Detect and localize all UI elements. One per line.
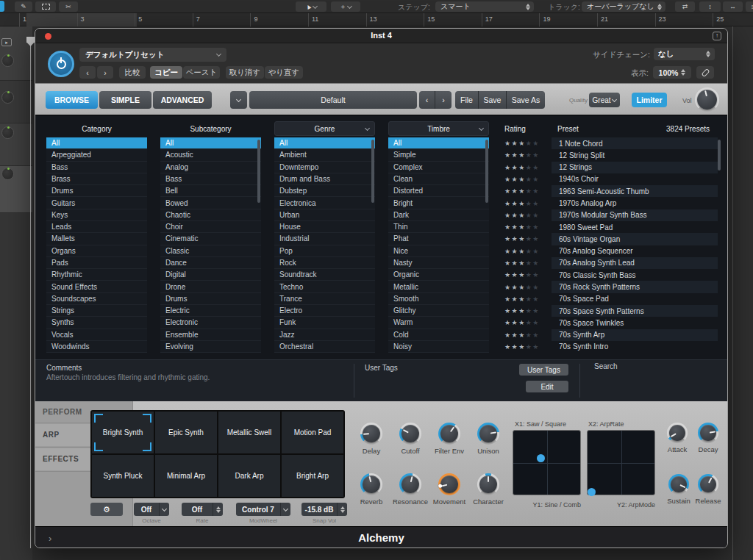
star-filled-icon[interactable]: ★: [504, 248, 512, 255]
list-item-keys[interactable]: Keys: [46, 209, 147, 221]
settings-gear-button[interactable]: ⚙: [90, 503, 123, 516]
list-item-cold[interactable]: Cold: [388, 329, 489, 341]
rating-stars[interactable]: ★★★★★: [499, 271, 552, 279]
knob-unison[interactable]: [477, 423, 499, 445]
star-filled-icon[interactable]: ★: [504, 212, 512, 219]
star-empty-icon[interactable]: ★: [532, 248, 540, 255]
star-filled-icon[interactable]: ★: [512, 331, 519, 339]
crosshair-tool-dropdown[interactable]: ＋: [331, 1, 360, 12]
preset-row[interactable]: ★★★★★1970s Modular Synth Bass: [499, 209, 718, 221]
perform-pad-bright-arp[interactable]: Bright Arp: [282, 455, 343, 497]
preset-row[interactable]: ★★★★★60s Vintage Organ: [499, 233, 718, 245]
star-filled-icon[interactable]: ★: [504, 200, 512, 207]
star-empty-icon[interactable]: ★: [532, 140, 540, 147]
star-empty-icon[interactable]: ★: [532, 271, 540, 279]
star-filled-icon[interactable]: ★: [504, 187, 512, 195]
knob-release[interactable]: [698, 474, 718, 495]
preset-row[interactable]: ★★★★★1963 Semi-Acoustic Thumb: [499, 185, 718, 197]
panel-toggle-icon[interactable]: ▸: [1, 38, 12, 46]
control-modwheel[interactable]: Control 7: [236, 503, 290, 516]
preset-dropdown[interactable]: デフォルトプリセット: [79, 48, 226, 62]
rating-stars[interactable]: ★★★★★: [499, 212, 552, 219]
xy-dot[interactable]: [588, 488, 596, 496]
star-filled-icon[interactable]: ★: [518, 295, 526, 303]
rating-stars[interactable]: ★★★★★: [499, 319, 552, 326]
list-item-soundscapes[interactable]: Soundscapes: [46, 293, 147, 305]
xy-pad-1[interactable]: [513, 430, 581, 495]
star-empty-icon[interactable]: ★: [526, 212, 533, 219]
knob-filter-env[interactable]: [438, 423, 460, 445]
star-empty-icon[interactable]: ★: [526, 259, 533, 267]
knob-attack[interactable]: [667, 423, 688, 443]
list-item-analog[interactable]: Analog: [160, 162, 261, 173]
star-filled-icon[interactable]: ★: [518, 271, 526, 279]
paste-button[interactable]: ペースト: [183, 66, 220, 79]
star-filled-icon[interactable]: ★: [504, 331, 512, 339]
star-empty-icon[interactable]: ★: [526, 235, 533, 243]
star-empty-icon[interactable]: ★: [526, 164, 533, 171]
star-filled-icon[interactable]: ★: [512, 307, 519, 315]
star-empty-icon[interactable]: ★: [526, 200, 533, 207]
rating-stars[interactable]: ★★★★★: [499, 284, 552, 291]
preset-row[interactable]: ★★★★★1970s Analog Arp: [499, 197, 718, 209]
xy-dot[interactable]: [537, 454, 545, 462]
preset-name[interactable]: 70s Analog Synth Lead: [552, 257, 718, 269]
list-item-electro[interactable]: Electro: [274, 305, 375, 317]
save-button[interactable]: Save: [479, 91, 507, 109]
preset-name[interactable]: 1 Note Chord: [552, 137, 718, 149]
star-empty-icon[interactable]: ★: [532, 295, 540, 303]
xy-pad-2[interactable]: [587, 430, 655, 495]
list-item-smooth[interactable]: Smooth: [388, 293, 489, 305]
preset-name[interactable]: 70s Analog Sequencer: [552, 245, 718, 257]
star-filled-icon[interactable]: ★: [512, 319, 519, 326]
list-item-organic[interactable]: Organic: [388, 269, 489, 281]
perform-pad-bright-synth[interactable]: Bright Synth: [92, 412, 154, 453]
preset-row[interactable]: ★★★★★70s Classic Synth Bass: [499, 269, 718, 281]
list-item-warm[interactable]: Warm: [388, 317, 489, 329]
link-window-icon[interactable]: ↑: [713, 32, 721, 40]
scrollbar-thumb[interactable]: [257, 140, 260, 203]
star-filled-icon[interactable]: ★: [512, 295, 519, 303]
list-item-classic[interactable]: Classic: [160, 245, 261, 257]
star-filled-icon[interactable]: ★: [518, 200, 526, 207]
preset-header[interactable]: Preset: [557, 125, 579, 133]
list-item-dark[interactable]: Dark: [388, 209, 489, 221]
column-header-genre-dropdown[interactable]: Genre: [274, 121, 375, 136]
perform-pad-metallic-swell[interactable]: Metallic Swell: [218, 412, 280, 453]
preset-name[interactable]: 70s Synth Intro: [552, 341, 718, 353]
power-button[interactable]: [48, 51, 74, 77]
list-item-evolving[interactable]: Evolving: [160, 341, 261, 353]
knob-decay[interactable]: [698, 423, 718, 443]
star-filled-icon[interactable]: ★: [504, 284, 512, 291]
preset-row[interactable]: ★★★★★12 String Split: [499, 149, 718, 161]
star-filled-icon[interactable]: ★: [518, 259, 526, 267]
star-filled-icon[interactable]: ★: [504, 343, 512, 351]
list-item-mallets[interactable]: Mallets: [46, 233, 147, 245]
star-filled-icon[interactable]: ★: [504, 140, 512, 147]
list-item-acoustic[interactable]: Acoustic: [160, 149, 261, 161]
preset-name[interactable]: 1963 Semi-Acoustic Thumb: [552, 185, 718, 197]
file-button[interactable]: File: [455, 91, 479, 109]
star-empty-icon[interactable]: ★: [532, 284, 540, 291]
list-item-sound-effects[interactable]: Sound Effects: [46, 281, 147, 292]
rating-stars[interactable]: ★★★★★: [499, 151, 552, 159]
preset-row[interactable]: ★★★★★70s Analog Sequencer: [499, 245, 718, 257]
tab-simple[interactable]: SIMPLE: [99, 91, 151, 109]
list-item-orchestral[interactable]: Orchestral: [274, 341, 375, 353]
preset-name[interactable]: 70s Synth Arp: [552, 329, 718, 341]
tab-browse[interactable]: BROWSE: [46, 91, 98, 109]
star-filled-icon[interactable]: ★: [512, 200, 519, 207]
preset-scrollbar-thumb[interactable]: [718, 140, 721, 170]
list-item-soundtrack[interactable]: Soundtrack: [274, 269, 375, 281]
user-tags-button[interactable]: User Tags: [519, 364, 568, 376]
star-filled-icon[interactable]: ★: [512, 248, 519, 255]
star-filled-icon[interactable]: ★: [512, 343, 519, 351]
star-filled-icon[interactable]: ★: [512, 271, 519, 279]
list-item-jazz[interactable]: Jazz: [274, 329, 375, 341]
list-item-bright[interactable]: Bright: [388, 197, 489, 209]
preset-row[interactable]: ★★★★★12 Strings: [499, 162, 718, 173]
rating-stars[interactable]: ★★★★★: [499, 164, 552, 171]
list-item-drone[interactable]: Drone: [160, 281, 261, 292]
star-filled-icon[interactable]: ★: [512, 176, 519, 183]
list-item-nasty[interactable]: Nasty: [388, 257, 489, 269]
